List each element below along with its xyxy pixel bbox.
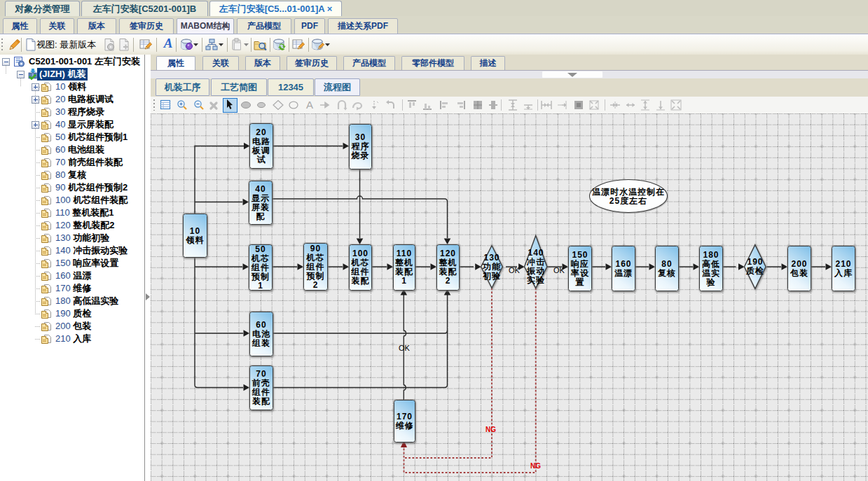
svg-text:OK: OK <box>399 344 411 352</box>
svg-text:OK: OK <box>509 266 521 274</box>
svg-text:OK: OK <box>553 266 565 274</box>
svg-text:NG: NG <box>530 462 541 470</box>
svg-text:NG: NG <box>485 426 496 433</box>
